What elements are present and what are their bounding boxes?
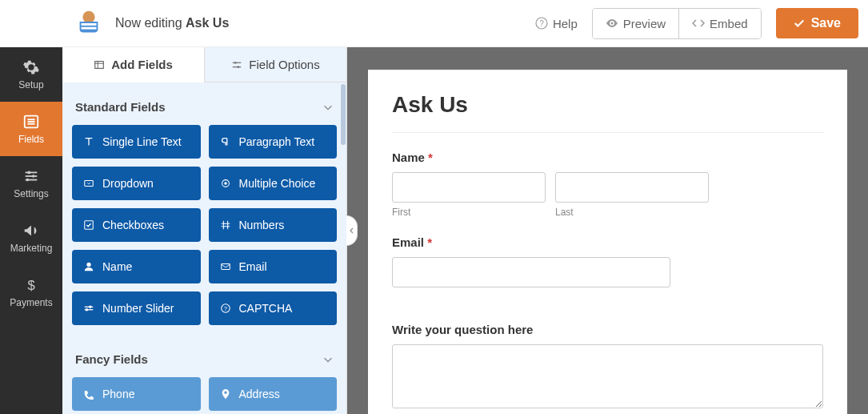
svg-rect-2 (82, 27, 97, 30)
bullhorn-icon (22, 222, 40, 239)
field-checkboxes[interactable]: Checkboxes (72, 208, 201, 242)
svg-point-23 (238, 66, 240, 68)
chevron-left-icon (349, 227, 355, 234)
last-name-input[interactable] (555, 172, 709, 203)
envelope-icon (220, 261, 231, 272)
svg-point-0 (82, 11, 94, 23)
form-field-name: Name * First Last (392, 151, 823, 218)
sliders-icon (22, 167, 40, 185)
svg-point-33 (86, 308, 89, 312)
preview-button[interactable]: Preview (593, 9, 678, 38)
svg-point-13 (32, 175, 35, 178)
form-preview-area: Ask Us Name * First Last Email * (347, 47, 868, 414)
tab-field-options[interactable]: Field Options (204, 47, 346, 82)
svg-point-26 (224, 182, 227, 185)
form-field-email: Email * (392, 235, 823, 305)
app-logo (72, 6, 106, 40)
field-single-line-text[interactable]: Single Line Text (72, 125, 201, 159)
save-button[interactable]: Save (776, 8, 858, 38)
checkbox-icon (83, 219, 94, 231)
svg-point-31 (89, 306, 92, 309)
svg-rect-24 (85, 181, 94, 187)
sidebar-scrollbar[interactable] (340, 82, 346, 414)
email-input[interactable] (392, 257, 670, 287)
svg-text:?: ? (539, 19, 544, 28)
svg-text:$: $ (27, 278, 34, 292)
field-numbers[interactable]: Numbers (209, 208, 338, 242)
form-field-question: Write your question here (392, 323, 823, 411)
chevron-down-icon (322, 102, 334, 113)
svg-point-28 (86, 263, 90, 267)
svg-text:?: ? (224, 306, 227, 312)
field-dropdown[interactable]: Dropdown (72, 167, 201, 200)
chevron-down-icon (322, 354, 334, 365)
section-standard-fields[interactable]: Standard Fields (72, 95, 337, 125)
svg-rect-17 (95, 61, 104, 68)
fields-sidebar: Add Fields Field Options Standard Fields… (62, 47, 347, 414)
svg-rect-1 (82, 23, 97, 26)
radio-icon (220, 178, 231, 189)
hash-icon (220, 219, 231, 231)
nav-settings[interactable]: Settings (0, 156, 62, 211)
paragraph-icon (220, 136, 231, 147)
main-nav: Setup Fields Settings Marketing $ Paymen… (0, 47, 62, 414)
first-sublabel: First (392, 207, 546, 218)
tab-add-fields[interactable]: Add Fields (62, 47, 204, 82)
question-label: Write your question here (392, 323, 823, 336)
divider (392, 132, 823, 133)
email-label: Email * (392, 235, 823, 249)
nav-payments[interactable]: $ Payments (0, 265, 62, 320)
dropdown-icon (83, 178, 94, 189)
gear-icon (22, 58, 40, 76)
captcha-icon: ? (220, 303, 231, 314)
text-icon (83, 136, 94, 147)
preview-embed-group: Preview Embed (592, 8, 762, 39)
person-icon (83, 261, 94, 272)
eye-icon (606, 17, 618, 30)
field-address[interactable]: Address (209, 377, 338, 411)
nav-fields[interactable]: Fields (0, 102, 62, 156)
pin-icon (220, 388, 231, 400)
options-icon (231, 59, 242, 70)
help-link[interactable]: ? Help (535, 17, 578, 30)
nav-marketing[interactable]: Marketing (0, 211, 62, 265)
name-label: Name * (392, 151, 823, 164)
check-icon (794, 18, 805, 29)
question-textarea[interactable] (392, 344, 823, 408)
list-icon (22, 113, 40, 131)
form-title: Ask Us (392, 92, 823, 118)
code-icon (692, 17, 705, 30)
dollar-icon: $ (22, 276, 40, 294)
field-name[interactable]: Name (72, 250, 201, 283)
svg-point-5 (610, 22, 613, 25)
first-name-input[interactable] (392, 172, 546, 203)
phone-icon (83, 388, 94, 400)
field-captcha[interactable]: ?CAPTCHA (209, 291, 338, 325)
svg-point-15 (26, 179, 30, 182)
editing-label: Now editing Ask Us (115, 16, 229, 30)
nav-setup[interactable]: Setup (0, 47, 62, 102)
grid-icon (94, 59, 105, 70)
top-bar: Now editing Ask Us ? Help Preview Embed … (62, 0, 868, 47)
svg-rect-29 (221, 264, 230, 270)
embed-button[interactable]: Embed (678, 9, 761, 38)
help-icon: ? (535, 17, 548, 30)
form-canvas: Ask Us Name * First Last Email * (368, 70, 847, 414)
slider-icon (83, 303, 94, 314)
field-email[interactable]: Email (209, 250, 338, 283)
field-multiple-choice[interactable]: Multiple Choice (209, 167, 338, 200)
svg-point-11 (27, 171, 30, 175)
svg-point-21 (234, 62, 237, 64)
field-phone[interactable]: Phone (72, 377, 201, 411)
field-number-slider[interactable]: Number Slider (72, 291, 201, 325)
field-paragraph-text[interactable]: Paragraph Text (209, 125, 338, 159)
section-fancy-fields[interactable]: Fancy Fields (72, 348, 337, 377)
last-sublabel: Last (555, 207, 709, 218)
